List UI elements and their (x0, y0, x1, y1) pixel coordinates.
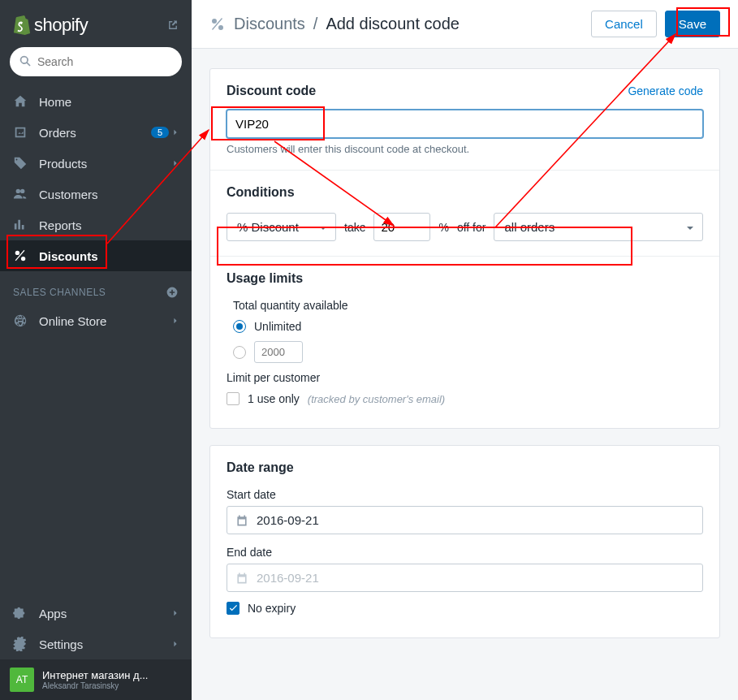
nav-label: Apps (39, 607, 67, 620)
generate-code-link[interactable]: Generate code (628, 84, 703, 97)
discount-target-select[interactable]: all orders (494, 213, 703, 241)
logo[interactable]: shopify (13, 15, 88, 36)
breadcrumb-current: Add discount code (326, 15, 460, 33)
puzzle-icon (13, 606, 28, 620)
end-date-input[interactable]: 2016-09-21 (227, 564, 703, 592)
nav-label: Discounts (39, 249, 98, 263)
radio-icon (233, 346, 246, 359)
avatar: AT (10, 668, 34, 692)
nav-label: Customers (39, 188, 98, 201)
nav-label: Products (39, 157, 87, 171)
customers-icon (13, 187, 28, 201)
chevron-right-icon (172, 160, 179, 166)
chevron-down-icon (686, 224, 694, 232)
reports-icon (13, 218, 28, 232)
nav-label: Reports (39, 218, 82, 232)
main-content: Discounts / Add discount code Cancel Sav… (192, 0, 738, 700)
nav-orders[interactable]: Orders 5 (0, 117, 192, 148)
calendar-icon (235, 514, 248, 527)
nav-apps[interactable]: Apps (0, 598, 192, 629)
cancel-button[interactable]: Cancel (591, 11, 657, 37)
orders-badge: 5 (151, 127, 169, 138)
user-footer[interactable]: AT Интернет магазин д... Aleksandr Taras… (0, 659, 192, 700)
breadcrumb-parent[interactable]: Discounts (234, 15, 305, 33)
sales-channels-header: SALES CHANNELS (0, 271, 192, 305)
start-date-input[interactable]: 2016-09-21 (227, 506, 703, 534)
chevron-right-icon (172, 318, 179, 324)
radio-icon (233, 320, 246, 333)
calendar-icon (235, 572, 248, 585)
nav-label: Online Store (39, 314, 106, 328)
checkbox-one-use[interactable]: 1 use only (tracked by customer's email) (227, 392, 703, 405)
orders-icon (13, 125, 28, 140)
checkbox-icon (227, 602, 240, 615)
home-icon (13, 94, 28, 109)
discount-code-input[interactable] (227, 110, 703, 138)
nav-products[interactable]: Products (0, 148, 192, 179)
search-icon (19, 54, 32, 68)
nav-reports[interactable]: Reports (0, 210, 192, 240)
add-channel-icon[interactable] (166, 286, 179, 299)
search-container (0, 47, 192, 86)
discount-code-card: Discount code Generate code Customers wi… (209, 68, 720, 429)
popout-icon[interactable] (167, 19, 179, 31)
topbar: Discounts / Add discount code Cancel Sav… (192, 0, 738, 49)
start-date-label: Start date (227, 488, 703, 501)
checkbox-no-expiry[interactable]: No expiry (227, 602, 703, 615)
gear-icon (13, 637, 28, 651)
discount-code-help: Customers will enter this discount code … (227, 143, 703, 155)
total-qty-label: Total quantity available (233, 299, 703, 312)
globe-icon (13, 313, 28, 328)
date-range-title: Date range (227, 460, 703, 475)
store-name: Интернет магазин д... (42, 669, 148, 682)
chevron-right-icon (172, 129, 179, 136)
chevron-down-icon (319, 224, 327, 232)
quantity-input[interactable] (254, 341, 303, 363)
date-range-card: Date range Start date 2016-09-21 End dat… (209, 445, 720, 638)
save-button[interactable]: Save (665, 11, 720, 37)
discount-page-icon (209, 16, 226, 32)
chevron-right-icon (172, 641, 179, 647)
nav-customers[interactable]: Customers (0, 179, 192, 210)
shopify-bag-icon (13, 15, 31, 35)
brand-text: shopify (34, 15, 88, 36)
tag-icon (13, 156, 28, 171)
user-name: Aleksandr Tarasinsky (42, 681, 148, 690)
discount-type-select[interactable]: % Discount (227, 213, 336, 241)
sidebar-header: shopify (0, 0, 192, 47)
chevron-right-icon (172, 610, 179, 616)
nav-label: Orders (39, 126, 76, 140)
discounts-icon (13, 248, 28, 263)
breadcrumb: Discounts / Add discount code (209, 15, 460, 33)
end-date-label: End date (227, 546, 703, 559)
nav-label: Home (39, 95, 71, 109)
conditions-title: Conditions (227, 185, 703, 200)
nav-label: Settings (39, 637, 83, 651)
radio-unlimited[interactable]: Unlimited (233, 320, 703, 333)
discount-code-title: Discount code (227, 84, 316, 98)
nav-home[interactable]: Home (0, 86, 192, 117)
nav-discounts[interactable]: Discounts (0, 240, 192, 271)
checkbox-icon (227, 392, 240, 405)
limit-per-customer-label: Limit per customer (227, 371, 703, 384)
sidebar: shopify Home Orders 5 Products Customers… (0, 0, 192, 700)
radio-quantity[interactable] (233, 341, 703, 363)
discount-amount-input[interactable] (373, 213, 430, 241)
nav-settings[interactable]: Settings (0, 629, 192, 659)
usage-limits-title: Usage limits (227, 271, 703, 286)
conditions-row: % Discount take % off for all orders (227, 213, 703, 241)
nav-online-store[interactable]: Online Store (0, 305, 192, 336)
search-input[interactable] (10, 47, 182, 76)
